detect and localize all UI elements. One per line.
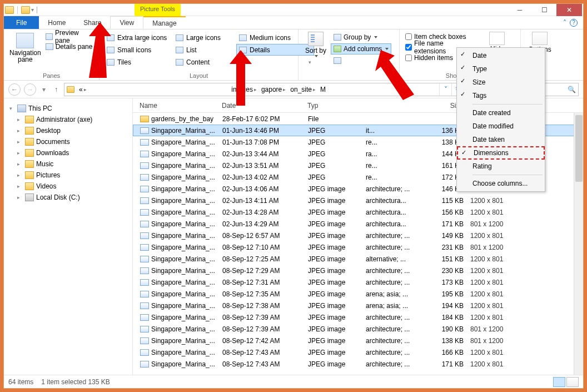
file-row[interactable]: Singapore_Marina_...08-Sep-12 7:38 AMJPE… [133, 300, 583, 311]
file-row[interactable]: Singapore_Marina_...08-Sep-12 6:57 AMJPE… [133, 230, 583, 241]
file-row[interactable]: Singapore_Marina_...08-Sep-12 7:43 AMJPE… [133, 358, 583, 370]
file-icon [140, 197, 149, 204]
qat-more[interactable]: ▾ │ [31, 7, 39, 13]
tree-videos[interactable]: ▸Videos [6, 181, 130, 192]
tree-local-disk[interactable]: ▸Local Disk (C:) [6, 192, 130, 203]
col-date[interactable]: Date [218, 102, 304, 110]
statusbar: 64 items 1 item selected 135 KB [4, 375, 583, 388]
file-row[interactable]: Singapore_Marina_...08-Sep-12 7:42 AMJPE… [133, 335, 583, 346]
navigation-tree[interactable]: ▾This PC ▸Administrator (axe) ▸Desktop ▸… [4, 98, 133, 375]
ribbon-collapse-icon[interactable]: ˄ [563, 19, 566, 27]
s-icons-icon [107, 47, 115, 53]
work-area: ▾This PC ▸Administrator (axe) ▸Desktop ▸… [4, 98, 583, 375]
help-icon[interactable]: ? [570, 19, 578, 27]
file-type: JPEG [305, 173, 362, 181]
menu-date-taken[interactable]: Date taken [457, 133, 545, 146]
hidden-checkbox[interactable] [405, 54, 412, 61]
layout-extra-large-icons[interactable]: Extra large icons [104, 32, 171, 43]
file-row[interactable]: Singapore_Marina_...08-Sep-12 7:29 AMJPE… [133, 265, 583, 276]
tab-view[interactable]: View [110, 16, 143, 29]
menu-date-modified[interactable]: Date modified [457, 120, 545, 133]
xl-icons-icon [107, 34, 115, 41]
menu-tags[interactable]: Tags [457, 89, 545, 102]
navigation-pane-button[interactable]: Navigation pane [8, 32, 42, 64]
file-row[interactable]: Singapore_Marina_...02-Jun-13 4:29 AMJPE… [133, 218, 583, 230]
tree-documents[interactable]: ▸Documents [6, 136, 130, 147]
tab-manage[interactable]: Manage [143, 16, 185, 29]
file-row[interactable]: Singapore_Marina_...08-Sep-12 7:43 AMJPE… [133, 346, 583, 358]
forward-button[interactable]: → [24, 83, 36, 96]
address-seg-onsite[interactable]: on_site▸ [288, 83, 318, 96]
menu-dimensions[interactable]: Dimensions [457, 146, 545, 160]
file-icon [140, 232, 149, 239]
file-name: Singapore_Marina_... [151, 360, 215, 368]
file-name: Singapore_Marina_... [151, 314, 215, 321]
address-dropdown[interactable]: ˅ [439, 83, 451, 96]
file-dimensions: 1200 x 801 [467, 360, 515, 368]
layout-small-icons[interactable]: Small icons [104, 44, 171, 56]
menu-date-created[interactable]: Date created [457, 106, 545, 120]
sort-by-button[interactable]: Sort by [303, 32, 329, 66]
file-row[interactable]: Singapore_Marina_...08-Sep-12 7:31 AMJPE… [133, 276, 583, 288]
close-button[interactable]: ✕ [556, 4, 582, 16]
tree-pictures[interactable]: ▸Pictures [6, 170, 130, 181]
file-dimensions: 1200 x 801 [467, 302, 515, 310]
file-row[interactable]: Singapore_Marina_...08-Sep-12 7:39 AMJPE… [133, 323, 583, 335]
file-name: Singapore_Marina_... [151, 267, 215, 275]
tab-file[interactable]: File [4, 16, 39, 29]
up-button[interactable]: ↑ [52, 83, 61, 96]
layout-list[interactable]: List [173, 44, 234, 56]
menu-date[interactable]: Date [457, 49, 545, 62]
qat-icon[interactable] [21, 6, 30, 14]
group-by-button[interactable]: Group by [331, 32, 391, 43]
maximize-button[interactable]: ☐ [532, 4, 556, 16]
tree-downloads[interactable]: ▸Downloads [6, 147, 130, 158]
file-ext-checkbox[interactable] [405, 44, 412, 51]
menu-size[interactable]: Size [457, 76, 545, 89]
scroll-thumb[interactable] [575, 115, 583, 182]
tree-admin[interactable]: ▸Administrator (axe) [6, 114, 130, 125]
col-type[interactable]: Typ [304, 102, 362, 110]
tree-music[interactable]: ▸Music [6, 158, 130, 170]
details-pane-toggle[interactable]: Details pane [44, 42, 94, 52]
view-details-toggle[interactable] [553, 377, 565, 387]
menu-choose-columns[interactable]: Choose columns... [457, 177, 545, 190]
file-size: 151 KB [424, 255, 467, 263]
menu-rating[interactable]: Rating [457, 160, 545, 173]
address-overflow[interactable]: «▸ [77, 83, 89, 96]
tab-home[interactable]: Home [39, 16, 74, 29]
file-row[interactable]: Singapore_Marina_...08-Sep-12 7:35 AMJPE… [133, 288, 583, 300]
file-name: Singapore_Marina_... [151, 290, 215, 298]
back-button[interactable]: ← [8, 83, 21, 96]
preview-pane-button[interactable]: Preview pane [44, 32, 94, 42]
add-columns-button[interactable]: Add columns [331, 43, 391, 54]
tree-this-pc[interactable]: ▾This PC [6, 103, 130, 114]
address-seg-gapore[interactable]: gapore▸ [259, 83, 288, 96]
address-bar[interactable]: «▸ images▸ gapore▸ on_site▸ M ˅ ↻ [64, 83, 464, 96]
size-columns-button[interactable] [331, 55, 391, 66]
file-row[interactable]: Singapore_Marina_...08-Sep-12 7:39 AMJPE… [133, 311, 583, 323]
layout-tiles[interactable]: Tiles [104, 56, 171, 68]
menu-type[interactable]: Type [457, 62, 545, 76]
col-name[interactable]: Name [136, 102, 218, 110]
file-name: Singapore_Marina_... [151, 197, 215, 205]
address-seg-last[interactable]: M [318, 83, 328, 96]
layout-large-icons[interactable]: Large icons [173, 32, 234, 43]
file-type: JPEG image [305, 349, 362, 356]
recent-button[interactable]: ▾ [39, 83, 48, 96]
tree-desktop[interactable]: ▸Desktop [6, 125, 130, 136]
layout-content[interactable]: Content [173, 56, 234, 68]
item-check-checkbox[interactable] [405, 33, 412, 40]
file-name: gardens_by_the_bay [151, 115, 213, 123]
size-cols-icon [334, 57, 341, 64]
file-row[interactable]: Singapore_Marina_...08-Sep-12 7:10 AMJPE… [133, 241, 583, 253]
file-row[interactable]: Singapore_Marina_...02-Jun-13 4:28 AMJPE… [133, 206, 583, 218]
tab-share[interactable]: Share [74, 16, 110, 29]
minimize-button[interactable]: ─ [508, 4, 532, 16]
file-row[interactable]: Singapore_Marina_...08-Sep-12 7:25 AMJPE… [133, 253, 583, 265]
file-row[interactable]: Singapore_Marina_...02-Jun-13 4:11 AMJPE… [133, 195, 583, 206]
view-thumbnails-toggle[interactable] [566, 377, 579, 387]
scrollbar[interactable] [574, 113, 583, 375]
file-date: 08-Sep-12 6:57 AM [219, 232, 305, 240]
address-seg-images[interactable]: images▸ [229, 83, 259, 96]
